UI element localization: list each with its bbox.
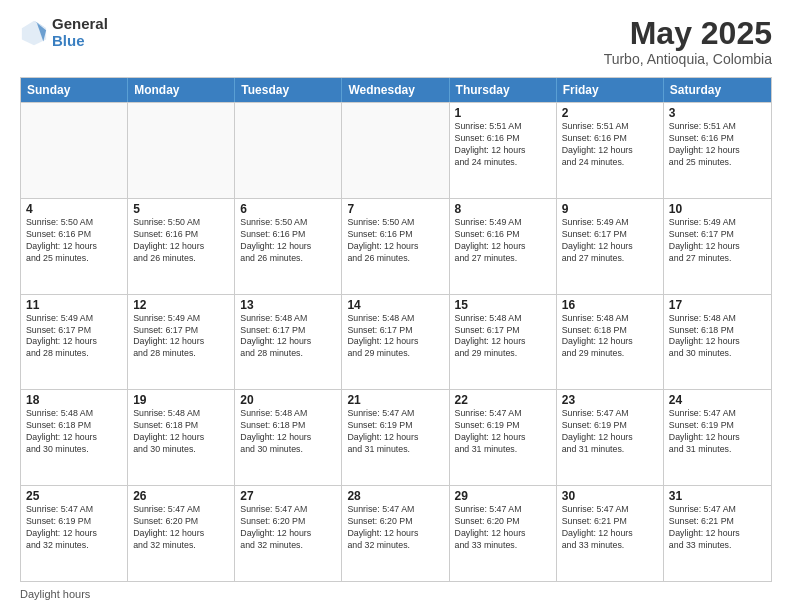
calendar-body: 1Sunrise: 5:51 AM Sunset: 6:16 PM Daylig… xyxy=(21,102,771,581)
cal-row: 18Sunrise: 5:48 AM Sunset: 6:18 PM Dayli… xyxy=(21,389,771,485)
cal-cell: 25Sunrise: 5:47 AM Sunset: 6:19 PM Dayli… xyxy=(21,486,128,581)
day-number: 12 xyxy=(133,298,229,312)
cal-header-cell: Wednesday xyxy=(342,78,449,102)
day-info: Sunrise: 5:48 AM Sunset: 6:18 PM Dayligh… xyxy=(669,313,766,361)
day-number: 14 xyxy=(347,298,443,312)
day-info: Sunrise: 5:48 AM Sunset: 6:18 PM Dayligh… xyxy=(26,408,122,456)
day-info: Sunrise: 5:49 AM Sunset: 6:17 PM Dayligh… xyxy=(669,217,766,265)
cal-cell: 14Sunrise: 5:48 AM Sunset: 6:17 PM Dayli… xyxy=(342,295,449,390)
day-number: 16 xyxy=(562,298,658,312)
cal-cell: 3Sunrise: 5:51 AM Sunset: 6:16 PM Daylig… xyxy=(664,103,771,198)
cal-cell: 29Sunrise: 5:47 AM Sunset: 6:20 PM Dayli… xyxy=(450,486,557,581)
cal-cell: 17Sunrise: 5:48 AM Sunset: 6:18 PM Dayli… xyxy=(664,295,771,390)
cal-cell: 16Sunrise: 5:48 AM Sunset: 6:18 PM Dayli… xyxy=(557,295,664,390)
day-info: Sunrise: 5:47 AM Sunset: 6:19 PM Dayligh… xyxy=(455,408,551,456)
day-number: 2 xyxy=(562,106,658,120)
cal-header-cell: Monday xyxy=(128,78,235,102)
cal-row: 11Sunrise: 5:49 AM Sunset: 6:17 PM Dayli… xyxy=(21,294,771,390)
day-info: Sunrise: 5:48 AM Sunset: 6:18 PM Dayligh… xyxy=(562,313,658,361)
calendar: SundayMondayTuesdayWednesdayThursdayFrid… xyxy=(20,77,772,582)
cal-cell: 18Sunrise: 5:48 AM Sunset: 6:18 PM Dayli… xyxy=(21,390,128,485)
day-number: 20 xyxy=(240,393,336,407)
day-number: 17 xyxy=(669,298,766,312)
title-block: May 2025 Turbo, Antioquia, Colombia xyxy=(604,16,772,67)
day-info: Sunrise: 5:50 AM Sunset: 6:16 PM Dayligh… xyxy=(240,217,336,265)
cal-cell xyxy=(128,103,235,198)
day-number: 31 xyxy=(669,489,766,503)
page: General Blue May 2025 Turbo, Antioquia, … xyxy=(0,0,792,612)
cal-cell: 21Sunrise: 5:47 AM Sunset: 6:19 PM Dayli… xyxy=(342,390,449,485)
cal-cell: 12Sunrise: 5:49 AM Sunset: 6:17 PM Dayli… xyxy=(128,295,235,390)
cal-cell: 26Sunrise: 5:47 AM Sunset: 6:20 PM Dayli… xyxy=(128,486,235,581)
cal-cell: 4Sunrise: 5:50 AM Sunset: 6:16 PM Daylig… xyxy=(21,199,128,294)
cal-cell xyxy=(342,103,449,198)
cal-header-cell: Thursday xyxy=(450,78,557,102)
day-number: 25 xyxy=(26,489,122,503)
day-info: Sunrise: 5:47 AM Sunset: 6:19 PM Dayligh… xyxy=(26,504,122,552)
day-number: 24 xyxy=(669,393,766,407)
cal-cell: 10Sunrise: 5:49 AM Sunset: 6:17 PM Dayli… xyxy=(664,199,771,294)
day-number: 18 xyxy=(26,393,122,407)
header: General Blue May 2025 Turbo, Antioquia, … xyxy=(20,16,772,67)
cal-cell: 11Sunrise: 5:49 AM Sunset: 6:17 PM Dayli… xyxy=(21,295,128,390)
cal-cell: 15Sunrise: 5:48 AM Sunset: 6:17 PM Dayli… xyxy=(450,295,557,390)
day-number: 9 xyxy=(562,202,658,216)
cal-cell xyxy=(235,103,342,198)
day-info: Sunrise: 5:47 AM Sunset: 6:21 PM Dayligh… xyxy=(669,504,766,552)
cal-cell: 28Sunrise: 5:47 AM Sunset: 6:20 PM Dayli… xyxy=(342,486,449,581)
day-number: 21 xyxy=(347,393,443,407)
cal-cell: 1Sunrise: 5:51 AM Sunset: 6:16 PM Daylig… xyxy=(450,103,557,198)
day-info: Sunrise: 5:47 AM Sunset: 6:19 PM Dayligh… xyxy=(669,408,766,456)
day-info: Sunrise: 5:48 AM Sunset: 6:18 PM Dayligh… xyxy=(133,408,229,456)
day-number: 27 xyxy=(240,489,336,503)
day-info: Sunrise: 5:48 AM Sunset: 6:17 PM Dayligh… xyxy=(455,313,551,361)
calendar-title: May 2025 xyxy=(604,16,772,51)
day-number: 22 xyxy=(455,393,551,407)
day-number: 29 xyxy=(455,489,551,503)
day-info: Sunrise: 5:51 AM Sunset: 6:16 PM Dayligh… xyxy=(669,121,766,169)
cal-cell: 7Sunrise: 5:50 AM Sunset: 6:16 PM Daylig… xyxy=(342,199,449,294)
day-info: Sunrise: 5:50 AM Sunset: 6:16 PM Dayligh… xyxy=(347,217,443,265)
day-info: Sunrise: 5:49 AM Sunset: 6:16 PM Dayligh… xyxy=(455,217,551,265)
day-info: Sunrise: 5:47 AM Sunset: 6:20 PM Dayligh… xyxy=(240,504,336,552)
day-number: 15 xyxy=(455,298,551,312)
cal-cell: 31Sunrise: 5:47 AM Sunset: 6:21 PM Dayli… xyxy=(664,486,771,581)
logo: General Blue xyxy=(20,16,108,49)
day-number: 3 xyxy=(669,106,766,120)
cal-row: 25Sunrise: 5:47 AM Sunset: 6:19 PM Dayli… xyxy=(21,485,771,581)
day-info: Sunrise: 5:48 AM Sunset: 6:18 PM Dayligh… xyxy=(240,408,336,456)
day-info: Sunrise: 5:48 AM Sunset: 6:17 PM Dayligh… xyxy=(240,313,336,361)
day-info: Sunrise: 5:51 AM Sunset: 6:16 PM Dayligh… xyxy=(455,121,551,169)
cal-cell xyxy=(21,103,128,198)
day-number: 28 xyxy=(347,489,443,503)
logo-text: General Blue xyxy=(52,16,108,49)
day-info: Sunrise: 5:47 AM Sunset: 6:21 PM Dayligh… xyxy=(562,504,658,552)
day-number: 30 xyxy=(562,489,658,503)
cal-header-cell: Tuesday xyxy=(235,78,342,102)
day-number: 7 xyxy=(347,202,443,216)
day-info: Sunrise: 5:49 AM Sunset: 6:17 PM Dayligh… xyxy=(133,313,229,361)
cal-cell: 9Sunrise: 5:49 AM Sunset: 6:17 PM Daylig… xyxy=(557,199,664,294)
cal-row: 1Sunrise: 5:51 AM Sunset: 6:16 PM Daylig… xyxy=(21,102,771,198)
day-number: 8 xyxy=(455,202,551,216)
day-info: Sunrise: 5:51 AM Sunset: 6:16 PM Dayligh… xyxy=(562,121,658,169)
logo-icon xyxy=(20,19,48,47)
cal-cell: 20Sunrise: 5:48 AM Sunset: 6:18 PM Dayli… xyxy=(235,390,342,485)
cal-cell: 8Sunrise: 5:49 AM Sunset: 6:16 PM Daylig… xyxy=(450,199,557,294)
footer-note: Daylight hours xyxy=(20,588,772,600)
cal-cell: 23Sunrise: 5:47 AM Sunset: 6:19 PM Dayli… xyxy=(557,390,664,485)
cal-cell: 22Sunrise: 5:47 AM Sunset: 6:19 PM Dayli… xyxy=(450,390,557,485)
cal-cell: 19Sunrise: 5:48 AM Sunset: 6:18 PM Dayli… xyxy=(128,390,235,485)
cal-cell: 27Sunrise: 5:47 AM Sunset: 6:20 PM Dayli… xyxy=(235,486,342,581)
day-number: 11 xyxy=(26,298,122,312)
cal-cell: 5Sunrise: 5:50 AM Sunset: 6:16 PM Daylig… xyxy=(128,199,235,294)
logo-blue: Blue xyxy=(52,33,108,50)
day-number: 19 xyxy=(133,393,229,407)
day-info: Sunrise: 5:48 AM Sunset: 6:17 PM Dayligh… xyxy=(347,313,443,361)
day-number: 23 xyxy=(562,393,658,407)
day-info: Sunrise: 5:47 AM Sunset: 6:19 PM Dayligh… xyxy=(562,408,658,456)
day-info: Sunrise: 5:49 AM Sunset: 6:17 PM Dayligh… xyxy=(26,313,122,361)
day-info: Sunrise: 5:47 AM Sunset: 6:19 PM Dayligh… xyxy=(347,408,443,456)
cal-cell: 13Sunrise: 5:48 AM Sunset: 6:17 PM Dayli… xyxy=(235,295,342,390)
day-info: Sunrise: 5:50 AM Sunset: 6:16 PM Dayligh… xyxy=(26,217,122,265)
